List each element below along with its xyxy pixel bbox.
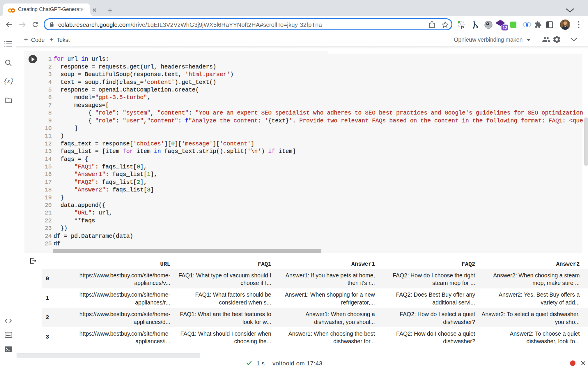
svg-text:12: 12: [503, 25, 507, 30]
svg-text:js: js: [461, 25, 464, 29]
